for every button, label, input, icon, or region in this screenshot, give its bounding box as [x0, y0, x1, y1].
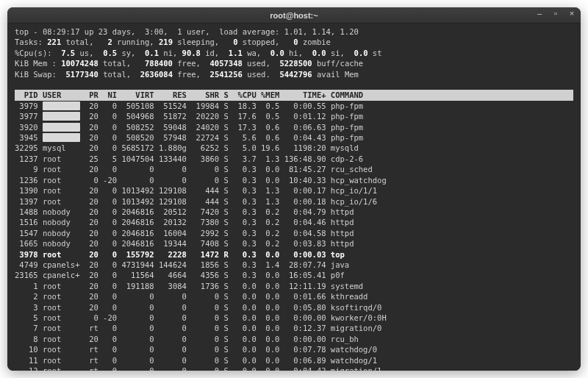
process-header: PID USER PR NI VIRT RES SHR S %CPU %MEM …	[15, 90, 573, 100]
process-row: 1516 nobody 20 0 2046816 20132 7380 S 0.…	[15, 218, 354, 227]
process-row: 3978 root 20 0 155792 2228 1472 R 0.3 0.…	[15, 250, 345, 259]
process-row: 4749 cpanels+ 20 0 4731944 144624 1856 S…	[15, 260, 349, 269]
process-row: 1665 nobody 20 0 2046816 19344 7408 S 0.…	[15, 239, 354, 248]
process-row: 3 root 20 0 0 0 0 S 0.0 0.0 0:05.80 ksof…	[15, 303, 381, 312]
maximize-icon[interactable]: ▫	[551, 9, 560, 18]
process-row: 23165 cpanelc+ 20 0 11564 4664 4356 S 0.…	[15, 271, 345, 279]
process-row: 2 root 20 0 0 0 0 S 0.0 0.0 0:01.66 kthr…	[15, 292, 368, 301]
process-row: 32295 mysql 20 0 5685172 1.880g 6252 S 5…	[15, 143, 359, 152]
process-row: 1236 root 0 -20 0 0 0 S 0.3 0.0 10:40.33…	[15, 176, 387, 185]
process-row: 10 root rt 0 0 0 0 S 0.0 0.0 0:07.78 wat…	[15, 345, 377, 354]
close-icon[interactable]: ×	[567, 9, 576, 18]
process-row: 1237 root 25 5 1047504 133440 3860 S 3.7…	[15, 154, 363, 163]
terminal-window: root@host:~ – ▫ × top - 08:29:17 up 23 d…	[7, 7, 581, 371]
process-row: 5 root 0 -20 0 0 0 S 0.0 0.0 0:00.00 kwo…	[15, 313, 387, 322]
window-controls: – ▫ ×	[535, 9, 576, 18]
process-row: 1390 root 20 0 1013492 129108 444 S 0.3 …	[15, 186, 377, 195]
window-title: root@host:~	[270, 11, 318, 20]
process-row: 3920 xxxxxxx 20 0 508252 59048 24020 S 1…	[15, 123, 363, 132]
process-row: 3945 xxxxxxx 20 0 508520 57948 22724 S 5…	[15, 133, 363, 142]
process-row: 9 root 20 0 0 0 0 S 0.3 0.0 81:45.27 rcu…	[15, 165, 373, 174]
process-row: 1 root 20 0 191188 3084 1736 S 0.0 0.0 1…	[15, 282, 363, 290]
process-row: 7 root rt 0 0 0 0 S 0.0 0.0 0:12.37 migr…	[15, 324, 381, 332]
terminal-output[interactable]: top - 08:29:17 up 23 days, 3:00, 1 user,…	[7, 24, 581, 371]
process-row: 1547 nobody 20 0 2046816 16004 2992 S 0.…	[15, 229, 354, 238]
process-row: 1488 nobody 20 0 2046816 20512 7420 S 0.…	[15, 207, 354, 216]
minimize-icon[interactable]: –	[535, 9, 544, 18]
process-row: 8 root 20 0 0 0 0 S 0.0 0.0 0:00.00 rcu_…	[15, 335, 359, 343]
process-row: 1397 root 20 0 1013492 129108 444 S 0.3 …	[15, 197, 377, 206]
process-row: 3977 xxxxxxx 20 0 504968 51872 20220 S 1…	[15, 112, 363, 121]
process-row: 3979 xxxxxxx 20 0 505108 51524 19984 S 1…	[15, 101, 363, 110]
titlebar[interactable]: root@host:~ – ▫ ×	[7, 7, 581, 24]
process-row: 12 root rt 0 0 0 0 S 0.0 0.0 0:04.42 mig…	[15, 366, 381, 371]
process-row: 11 root rt 0 0 0 0 S 0.0 0.0 0:06.89 wat…	[15, 356, 377, 365]
